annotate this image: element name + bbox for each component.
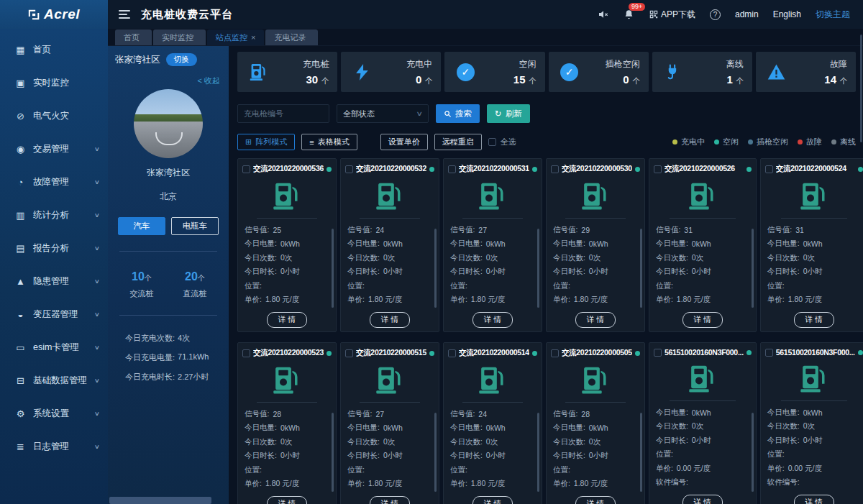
- tab[interactable]: 站点监控 ×: [207, 29, 264, 45]
- tab[interactable]: 实时监控: [153, 29, 206, 45]
- search-button[interactable]: 搜索: [436, 104, 480, 123]
- detail-button[interactable]: 详情: [472, 312, 513, 328]
- notification-bell-icon[interactable]: 99+: [624, 9, 634, 20]
- tab[interactable]: 首页: [115, 29, 152, 45]
- card-scrollbar[interactable]: [640, 413, 642, 492]
- detail-button[interactable]: 详情: [575, 496, 616, 504]
- sidebar-item-label: 日志管理: [33, 441, 95, 453]
- charger-card: 交流20210220000505 信号: [546, 342, 645, 504]
- card-scrollbar[interactable]: [640, 229, 642, 308]
- card-scrollbar[interactable]: [537, 229, 539, 308]
- charger-checkbox[interactable]: [551, 165, 559, 173]
- sidebar-item[interactable]: ▲ 隐患管理 ∨: [0, 265, 108, 298]
- field-label: 单价:: [767, 464, 785, 474]
- set-price-button[interactable]: 设置单价: [380, 134, 428, 150]
- charger-field: 信号值: 29: [553, 223, 639, 237]
- select-all-checkbox[interactable]: 全选: [488, 137, 516, 147]
- charger-checkbox[interactable]: [551, 349, 559, 357]
- refresh-button[interactable]: ↻ 刷新: [487, 104, 530, 123]
- vehicle-type-button[interactable]: 电瓶车: [171, 217, 219, 235]
- card-scrollbar[interactable]: [434, 229, 437, 308]
- menu-collapse-icon[interactable]: [108, 0, 141, 29]
- theme-switch[interactable]: 切换主题: [816, 9, 850, 21]
- detail-button[interactable]: 详情: [267, 496, 307, 504]
- detail-button[interactable]: 详情: [472, 496, 513, 504]
- sidebar-item[interactable]: ▤ 报告分析 ∨: [0, 232, 108, 265]
- app-download-link[interactable]: APP下载: [649, 9, 695, 21]
- switch-station-button[interactable]: 切换: [166, 53, 197, 66]
- field-label: 单价:: [347, 295, 365, 305]
- language-switch[interactable]: English: [773, 9, 801, 19]
- charger-checkbox[interactable]: [448, 349, 456, 357]
- vehicle-type-button[interactable]: 汽车: [118, 217, 165, 235]
- summary-card-label: 离线: [726, 58, 744, 70]
- detail-button[interactable]: 详情: [794, 312, 834, 328]
- status-dot: [635, 167, 640, 172]
- field-value: 0kWh: [803, 408, 823, 417]
- field-value: 0小时: [280, 451, 300, 461]
- charger-checkbox[interactable]: [765, 165, 773, 173]
- divider: [119, 315, 217, 316]
- charger-checkbox[interactable]: [242, 349, 250, 357]
- table-mode-button[interactable]: ≡ 表格模式: [301, 134, 357, 150]
- detail-button[interactable]: 详情: [794, 495, 834, 504]
- close-icon[interactable]: ×: [251, 33, 255, 42]
- charger-field: 今日次数: 0次: [656, 420, 750, 434]
- sidebar-item[interactable]: ⊟ 基础数据管理 ∨: [0, 364, 108, 397]
- sidebar-item[interactable]: ▥ 统计分析 ∨: [0, 198, 108, 232]
- charger-checkbox[interactable]: [242, 165, 250, 173]
- charger-field: 位置:: [553, 279, 639, 293]
- charger-card: 交流20210220000523 信号: [237, 342, 337, 504]
- detail-button[interactable]: 详情: [267, 312, 307, 328]
- sidebar-item[interactable]: ◔ 故障管理 ∨: [0, 165, 108, 198]
- detail-button[interactable]: 详情: [682, 312, 723, 328]
- charger-checkbox[interactable]: [654, 165, 662, 173]
- card-scrollbar[interactable]: [434, 413, 437, 492]
- help-icon[interactable]: ?: [710, 9, 721, 20]
- grid-mode-button[interactable]: ⊞ 阵列模式: [237, 134, 295, 150]
- notification-badge: 99+: [629, 3, 645, 11]
- detail-button[interactable]: 详情: [575, 312, 616, 328]
- mute-icon[interactable]: [598, 9, 609, 20]
- username[interactable]: admin: [735, 9, 759, 19]
- gun-number-input[interactable]: [237, 104, 329, 123]
- sidebar-item[interactable]: ◉ 交易管理 ∨: [0, 132, 108, 165]
- sidebar-item[interactable]: ▦ 首页: [0, 33, 108, 66]
- charger-checkbox[interactable]: [448, 165, 456, 173]
- checkbox-icon[interactable]: [488, 138, 496, 146]
- window-scrollbar[interactable]: [860, 35, 862, 142]
- sidebar-item-icon: ▭: [14, 342, 27, 353]
- panel-scrollbar[interactable]: [109, 497, 211, 504]
- detail-button[interactable]: 详情: [370, 496, 410, 504]
- status-select[interactable]: 全部状态 ∨: [337, 104, 429, 123]
- pile-stat: 10个 交流桩: [130, 270, 154, 299]
- sidebar-item[interactable]: ⊘ 电气火灾: [0, 99, 108, 132]
- detail-button[interactable]: 详情: [682, 495, 723, 504]
- card-scrollbar[interactable]: [537, 413, 539, 492]
- sidebar-item[interactable]: ◒ 变压器管理 ∨: [0, 298, 108, 331]
- field-label: 信号值:: [347, 409, 372, 419]
- legend-item: 离线: [831, 137, 856, 147]
- sidebar-item[interactable]: ▭ esim卡管理 ∨: [0, 331, 108, 364]
- card-scrollbar[interactable]: [752, 413, 754, 492]
- collapse-panel-link[interactable]: < 收起: [115, 75, 220, 86]
- field-label: 今日次数:: [245, 437, 277, 447]
- sidebar-item[interactable]: ▣ 实时监控: [0, 66, 108, 99]
- card-scrollbar[interactable]: [332, 413, 334, 492]
- charger-checkbox[interactable]: [654, 349, 662, 357]
- detail-button[interactable]: 详情: [370, 312, 410, 328]
- charger-checkbox[interactable]: [345, 349, 353, 357]
- charger-checkbox[interactable]: [765, 349, 773, 357]
- field-label: 位置:: [553, 281, 570, 291]
- sidebar-item[interactable]: ⚙ 系统设置 ∨: [0, 397, 108, 430]
- charger-checkbox[interactable]: [345, 165, 353, 173]
- app-window: Acrel 充电桩收费云平台 99+ APP下载 ? admin English…: [0, 0, 863, 504]
- summary-card-icon: ✓: [559, 63, 580, 81]
- card-scrollbar[interactable]: [752, 229, 754, 308]
- field-value: 0kWh: [486, 239, 506, 248]
- tab[interactable]: 充电记录: [265, 29, 318, 45]
- remote-restart-button[interactable]: 远程重启: [434, 134, 482, 150]
- card-scrollbar[interactable]: [332, 229, 334, 308]
- field-label: 今日时长:: [347, 451, 380, 461]
- sidebar-item[interactable]: ≣ 日志管理 ∨: [0, 430, 108, 463]
